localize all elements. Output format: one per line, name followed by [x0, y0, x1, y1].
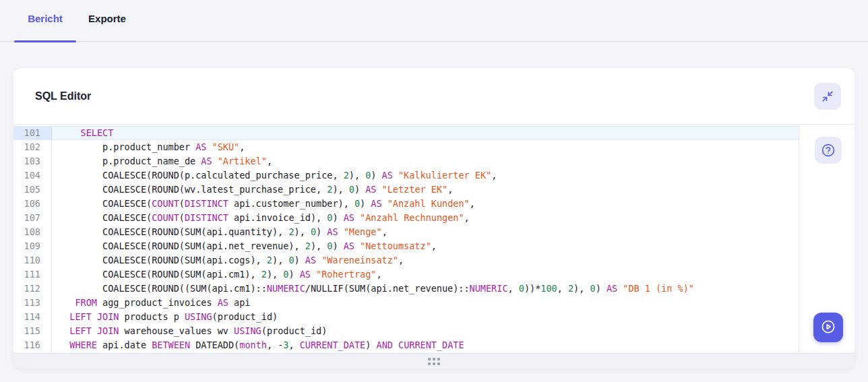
code-line[interactable]: 108 COALESCE(ROUND(SUM(api.quantity), 2)… [13, 225, 799, 239]
line-number: 115 [13, 324, 52, 338]
code-line-text: COALESCE(ROUND(wv.latest_purchase_price,… [52, 183, 453, 197]
tab-bericht[interactable]: Bericht [14, 0, 76, 41]
editor-right-rail [799, 125, 855, 353]
code-line[interactable]: 104 COALESCE(ROUND(p.calculated_purchase… [13, 168, 799, 183]
drag-handle-dots[interactable] [428, 358, 440, 365]
code-line[interactable]: 107 COALESCE(COUNT(DISTINCT api.invoice_… [13, 211, 799, 225]
tab-bericht-label: Bericht [28, 13, 63, 24]
code-line-text: COALESCE(ROUND(SUM(api.quantity), 2), 0)… [52, 225, 388, 239]
code-line-text: COALESCE(ROUND((SUM(api.cm1)::NUMERIC/NU… [52, 282, 694, 296]
code-line[interactable]: 113 FROM agg_product_invoices AS api [13, 296, 799, 310]
tab-exporte-label: Exporte [88, 13, 126, 24]
line-number: 111 [13, 267, 52, 282]
play-circle-icon [820, 319, 836, 337]
code-line-text: WHERE api.date BETWEEN DATEADD(month, -3… [52, 338, 464, 352]
line-number: 110 [13, 253, 52, 267]
code-line[interactable]: 112 COALESCE(ROUND((SUM(api.cm1)::NUMERI… [13, 282, 799, 296]
line-number: 102 [13, 140, 52, 154]
code-line-text: FROM agg_product_invoices AS api [52, 296, 251, 310]
code-line[interactable]: 114 LEFT JOIN products p USING(product_i… [13, 310, 799, 324]
code-line[interactable]: 109 COALESCE(ROUND(SUM(api.net_revenue),… [13, 239, 799, 253]
editor-resize-bar [13, 353, 855, 369]
collapse-editor-button[interactable] [814, 83, 841, 110]
code-line[interactable]: 111 COALESCE(ROUND(SUM(api.cm1), 2), 0) … [13, 267, 799, 282]
code-line[interactable]: 115 LEFT JOIN warehouse_values wv USING(… [13, 324, 799, 338]
help-button[interactable] [815, 137, 842, 164]
editor-body: 101 SELECT102 p.product_number AS "SKU",… [13, 125, 855, 353]
sql-code-editor[interactable]: 101 SELECT102 p.product_number AS "SKU",… [13, 125, 799, 353]
code-line-text: COALESCE(ROUND(SUM(api.net_revenue), 2),… [52, 239, 437, 253]
line-number: 116 [13, 338, 52, 352]
code-line[interactable]: 110 COALESCE(ROUND(SUM(api.cogs), 2), 0)… [13, 253, 799, 267]
run-query-button[interactable] [813, 313, 843, 342]
line-number: 112 [13, 282, 52, 296]
line-number: 107 [13, 211, 52, 225]
code-line-text: COALESCE(ROUND(SUM(api.cm1), 2), 0) AS "… [52, 267, 382, 282]
sql-editor-card: SQL Editor 101 SELECT102 p.product_numbe… [13, 68, 855, 369]
code-line-text: LEFT JOIN warehouse_values wv USING(prod… [52, 324, 327, 338]
line-number: 108 [13, 225, 52, 239]
code-line[interactable]: 105 COALESCE(ROUND(wv.latest_purchase_pr… [13, 183, 799, 197]
code-line-text: SELECT [52, 126, 113, 140]
line-number: 113 [13, 296, 52, 310]
code-line-text: COALESCE(ROUND(SUM(api.cogs), 2), 0) AS … [52, 253, 404, 267]
code-line-text: COALESCE(COUNT(DISTINCT api.invoice_id),… [52, 211, 470, 225]
line-number: 104 [13, 168, 52, 183]
code-line[interactable]: 116 WHERE api.date BETWEEN DATEADD(month… [13, 338, 799, 352]
panel-title: SQL Editor [35, 90, 91, 102]
line-number: 106 [13, 197, 52, 211]
line-number: 109 [13, 239, 52, 253]
collapse-icon [822, 90, 834, 102]
line-number: 114 [13, 310, 52, 324]
code-line-text: COALESCE(COUNT(DISTINCT api.customer_num… [52, 197, 475, 211]
line-number: 105 [13, 183, 52, 197]
code-line-text: COALESCE(ROUND(p.calculated_purchase_pri… [52, 168, 497, 183]
code-line-text: p.product_number AS "SKU", [52, 140, 245, 154]
code-line-text: LEFT JOIN products p USING(product_id) [52, 310, 278, 324]
code-lines: 101 SELECT102 p.product_number AS "SKU",… [13, 126, 799, 352]
code-line[interactable]: 102 p.product_number AS "SKU", [13, 140, 799, 154]
code-line[interactable]: 101 SELECT [13, 126, 799, 140]
help-circle-icon [821, 143, 836, 158]
code-line-text: p.product_name_de AS "Artikel", [52, 154, 272, 168]
line-number: 103 [13, 154, 52, 168]
line-number: 101 [13, 126, 52, 140]
top-tab-bar: Bericht Exporte [0, 0, 868, 42]
tab-exporte[interactable]: Exporte [76, 0, 138, 41]
code-line[interactable]: 106 COALESCE(COUNT(DISTINCT api.customer… [13, 197, 799, 211]
code-line[interactable]: 103 p.product_name_de AS "Artikel", [13, 154, 799, 168]
sql-editor-header: SQL Editor [13, 68, 855, 125]
